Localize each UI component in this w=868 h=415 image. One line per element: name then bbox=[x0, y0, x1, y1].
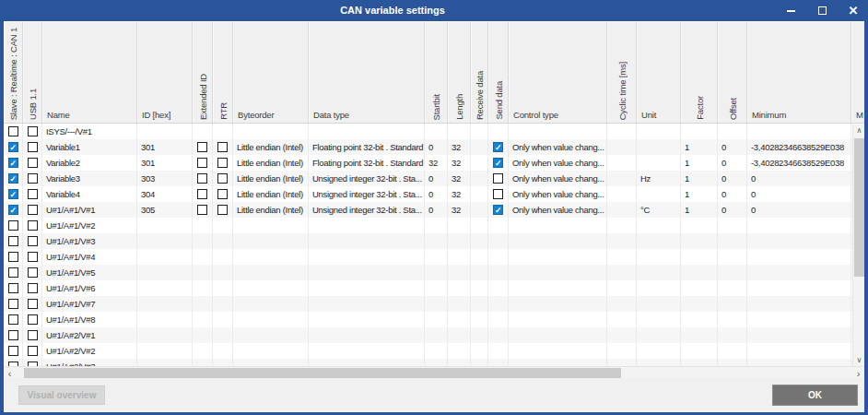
maximize-button[interactable] bbox=[813, 2, 831, 20]
cell-id_hex[interactable] bbox=[137, 233, 193, 249]
cell-cyclic_time[interactable] bbox=[607, 249, 637, 265]
cell-slave[interactable] bbox=[4, 327, 23, 343]
cell-offset[interactable] bbox=[718, 218, 747, 233]
cell-control_type[interactable] bbox=[509, 312, 607, 327]
cell-send_data[interactable]: ✓ bbox=[488, 155, 509, 171]
cell-startbit[interactable]: 0 bbox=[425, 171, 448, 186]
cell-unit[interactable] bbox=[637, 296, 681, 312]
cell-rtr[interactable] bbox=[213, 249, 233, 265]
cell-receive_data[interactable] bbox=[471, 312, 488, 327]
cell-slave[interactable]: ✓ bbox=[4, 171, 23, 186]
cell-send_data[interactable] bbox=[488, 296, 509, 312]
cell-data_type[interactable] bbox=[309, 233, 425, 249]
cell-unit[interactable] bbox=[637, 124, 681, 139]
cell-extended_id[interactable] bbox=[193, 343, 213, 359]
horizontal-scrollbar[interactable]: ‹ › bbox=[4, 366, 864, 378]
cell-id_hex[interactable] bbox=[137, 124, 193, 139]
cell-startbit[interactable] bbox=[425, 233, 448, 249]
cell-length[interactable] bbox=[448, 296, 471, 312]
cell-byteorder[interactable] bbox=[233, 296, 309, 312]
checkbox-slave[interactable]: ✓ bbox=[8, 189, 18, 199]
cell-usb[interactable] bbox=[23, 312, 42, 327]
cell-minimum[interactable] bbox=[747, 249, 851, 265]
cell-control_type[interactable] bbox=[509, 280, 607, 296]
cell-factor[interactable] bbox=[681, 359, 718, 366]
cell-receive_data[interactable] bbox=[471, 280, 488, 296]
cell-minimum[interactable]: -3,40282346638529E038 bbox=[747, 139, 851, 155]
column-header-minimum[interactable]: Minimum bbox=[747, 22, 851, 124]
cell-data_type[interactable] bbox=[309, 327, 425, 343]
cell-offset[interactable] bbox=[718, 327, 747, 343]
cell-offset[interactable]: 0 bbox=[718, 139, 747, 155]
cell-startbit[interactable]: 32 bbox=[425, 155, 448, 171]
cell-slave[interactable] bbox=[4, 124, 23, 139]
cell-rtr[interactable] bbox=[213, 265, 233, 280]
cell-control_type[interactable] bbox=[509, 265, 607, 280]
cell-offset[interactable] bbox=[718, 124, 747, 139]
column-header-data_type[interactable]: Data type bbox=[309, 22, 425, 124]
cell-usb[interactable] bbox=[23, 249, 42, 265]
cell-length[interactable] bbox=[448, 265, 471, 280]
cell-send_data[interactable] bbox=[488, 249, 509, 265]
cell-send_data[interactable] bbox=[488, 359, 509, 366]
cell-name[interactable]: Variable1 bbox=[42, 139, 137, 155]
table-row[interactable]: U#1/A#1/V#4 bbox=[4, 249, 864, 265]
cell-control_type[interactable] bbox=[509, 296, 607, 312]
cell-receive_data[interactable] bbox=[471, 249, 488, 265]
cell-unit[interactable] bbox=[637, 312, 681, 327]
cell-data_type[interactable] bbox=[309, 296, 425, 312]
cell-rtr[interactable] bbox=[213, 155, 233, 171]
cell-offset[interactable]: 0 bbox=[718, 171, 747, 186]
cell-id_hex[interactable] bbox=[137, 343, 193, 359]
cell-extended_id[interactable] bbox=[193, 139, 213, 155]
cell-control_type[interactable]: Only when value chang... bbox=[509, 139, 607, 155]
checkbox-send_data[interactable] bbox=[493, 173, 503, 184]
cell-offset[interactable] bbox=[718, 249, 747, 265]
cell-send_data[interactable] bbox=[488, 171, 509, 186]
cell-byteorder[interactable]: Little endian (Intel) bbox=[233, 202, 309, 218]
column-header-factor[interactable]: Factor bbox=[681, 22, 718, 124]
cell-unit[interactable] bbox=[637, 249, 681, 265]
cell-cyclic_time[interactable] bbox=[607, 280, 637, 296]
cell-control_type[interactable] bbox=[509, 327, 607, 343]
checkbox-send_data[interactable]: ✓ bbox=[493, 158, 503, 168]
cell-slave[interactable] bbox=[4, 343, 23, 359]
cell-byteorder[interactable] bbox=[233, 265, 309, 280]
cell-startbit[interactable] bbox=[425, 218, 448, 233]
cell-data_type[interactable] bbox=[309, 343, 425, 359]
checkbox-rtr[interactable] bbox=[217, 205, 228, 215]
cell-extended_id[interactable] bbox=[193, 202, 213, 218]
cell-factor[interactable] bbox=[681, 218, 718, 233]
cell-slave[interactable] bbox=[4, 218, 23, 233]
cell-name[interactable]: U#1/A#1/V#7 bbox=[42, 296, 137, 312]
cell-rtr[interactable] bbox=[213, 233, 233, 249]
cell-extended_id[interactable] bbox=[193, 155, 213, 171]
cell-receive_data[interactable] bbox=[471, 139, 488, 155]
column-header-length[interactable]: Length bbox=[448, 22, 471, 124]
visual-overview-button[interactable]: Visual overview bbox=[18, 385, 105, 405]
cell-data_type[interactable] bbox=[309, 359, 425, 366]
cell-id_hex[interactable] bbox=[137, 265, 193, 280]
cell-cyclic_time[interactable] bbox=[607, 186, 637, 202]
cell-send_data[interactable] bbox=[488, 265, 509, 280]
cell-byteorder[interactable] bbox=[233, 359, 309, 366]
cell-length[interactable] bbox=[448, 359, 471, 366]
cell-usb[interactable] bbox=[23, 124, 42, 139]
checkbox-slave[interactable]: ✓ bbox=[8, 142, 18, 152]
cell-rtr[interactable] bbox=[213, 139, 233, 155]
cell-startbit[interactable]: 0 bbox=[425, 139, 448, 155]
cell-extended_id[interactable] bbox=[193, 359, 213, 366]
cell-minimum[interactable]: -3,40282346638529E038 bbox=[747, 155, 851, 171]
checkbox-usb[interactable] bbox=[28, 236, 38, 246]
cell-minimum[interactable] bbox=[747, 296, 851, 312]
checkbox-extended_id[interactable] bbox=[197, 142, 207, 152]
cell-slave[interactable] bbox=[4, 296, 23, 312]
checkbox-slave[interactable] bbox=[8, 220, 18, 231]
cell-control_type[interactable] bbox=[509, 249, 607, 265]
cell-startbit[interactable] bbox=[425, 296, 448, 312]
column-header-cyclic_time[interactable]: Cyclic time [ms] bbox=[607, 22, 637, 124]
cell-control_type[interactable] bbox=[509, 218, 607, 233]
cell-receive_data[interactable] bbox=[471, 186, 488, 202]
cell-cyclic_time[interactable] bbox=[607, 343, 637, 359]
cell-factor[interactable] bbox=[681, 280, 718, 296]
